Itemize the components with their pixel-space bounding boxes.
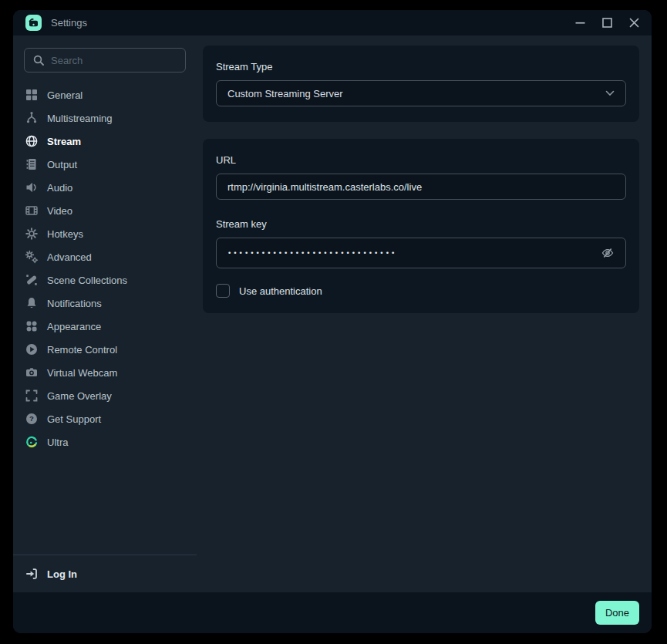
bell-icon: [25, 296, 39, 310]
use-authentication-checkbox[interactable]: [216, 284, 230, 298]
sidebar-item-ultra[interactable]: Ultra: [13, 430, 197, 453]
speaker-icon: [25, 180, 39, 194]
sidebar-item-hotkeys[interactable]: Hotkeys: [13, 222, 197, 245]
search-box: [24, 48, 186, 72]
window-title: Settings: [51, 17, 87, 29]
sidebar-item-get-support[interactable]: ? Get Support: [13, 407, 197, 430]
camera-icon: [25, 366, 39, 379]
sidebar-item-audio[interactable]: Audio: [13, 176, 197, 199]
stream-type-card: Stream Type Custom Streaming Server: [203, 46, 639, 122]
stream-settings-panel: Stream Type Custom Streaming Server URL …: [197, 35, 652, 592]
sidebar-item-scene-collections[interactable]: Scene Collections: [13, 268, 197, 292]
sidebar-item-output[interactable]: Output: [13, 153, 197, 176]
sidebar-item-notifications[interactable]: Notifications: [13, 292, 197, 315]
stream-key-label: Stream key: [216, 218, 626, 230]
stream-key-field: [216, 238, 626, 268]
question-circle-icon: ?: [25, 412, 39, 426]
search-input[interactable]: [51, 55, 177, 66]
sidebar-item-advanced[interactable]: Advanced: [13, 245, 197, 268]
login-icon: [25, 567, 39, 581]
sidebar-item-stream[interactable]: Stream: [13, 130, 197, 153]
done-button[interactable]: Done: [595, 601, 639, 625]
settings-window: Settings General Multistreaming Stream O…: [13, 10, 652, 633]
sidebar-item-video[interactable]: Video: [13, 199, 197, 222]
sidebar-item-multistreaming[interactable]: Multistreaming: [13, 106, 197, 130]
ultra-icon: [25, 435, 39, 449]
globe-icon: [25, 134, 39, 148]
url-label: URL: [216, 154, 626, 166]
scenes-icon: [25, 273, 39, 287]
stream-type-select[interactable]: Custom Streaming Server: [216, 80, 626, 106]
output-icon: [25, 157, 39, 171]
stream-type-label: Stream Type: [216, 61, 626, 72]
grid-icon: [25, 88, 39, 102]
sidebar-nav: General Multistreaming Stream Output Aud…: [13, 83, 197, 453]
url-input[interactable]: [216, 174, 626, 200]
gears-icon: [25, 250, 39, 264]
streamlabs-logo-icon: [25, 15, 42, 31]
svg-text:?: ?: [29, 414, 34, 423]
sidebar-item-remote-control[interactable]: Remote Control: [13, 338, 197, 361]
close-icon[interactable]: [629, 18, 639, 28]
minimize-icon[interactable]: [575, 18, 585, 28]
search-icon: [32, 54, 45, 66]
toggle-key-visibility-icon[interactable]: [601, 246, 615, 260]
sidebar-item-general[interactable]: General: [13, 83, 197, 106]
expand-icon: [25, 389, 39, 403]
sidebar-item-virtual-webcam[interactable]: Virtual Webcam: [13, 361, 197, 384]
gear-icon: [25, 227, 39, 241]
film-icon: [25, 204, 39, 217]
footer-bar: Done: [13, 592, 652, 633]
multistream-icon: [25, 111, 39, 125]
settings-sidebar: General Multistreaming Stream Output Aud…: [13, 35, 197, 592]
sidebar-item-game-overlay[interactable]: Game Overlay: [13, 384, 197, 407]
use-authentication-row: Use authentication: [216, 284, 626, 298]
chevron-down-icon: [605, 90, 615, 96]
stream-type-value: Custom Streaming Server: [227, 88, 343, 99]
use-authentication-label: Use authentication: [239, 285, 322, 297]
maximize-icon[interactable]: [602, 18, 612, 28]
sidebar-item-appearance[interactable]: Appearance: [13, 315, 197, 338]
window-controls: [575, 18, 639, 28]
sidebar-item-log-in[interactable]: Log In: [13, 555, 197, 592]
login-label: Log In: [47, 568, 77, 580]
stream-server-card: URL Stream key Use authentication: [203, 139, 639, 313]
stream-key-input[interactable]: [227, 249, 593, 257]
sidebar-bottom: Log In: [13, 555, 197, 592]
appearance-icon: [25, 319, 39, 333]
title-bar: Settings: [13, 10, 652, 35]
play-circle-icon: [25, 342, 39, 356]
